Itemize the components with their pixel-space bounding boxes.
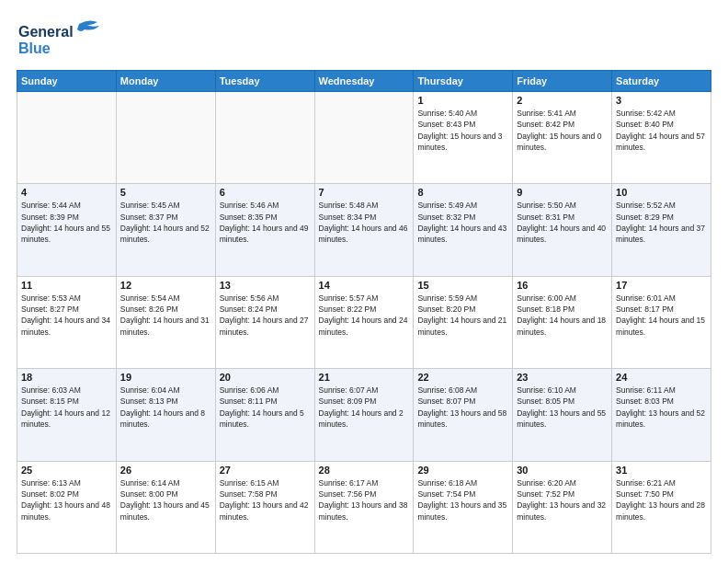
day-info: Sunrise: 6:13 AMSunset: 8:02 PMDaylight:… [21, 477, 112, 523]
calendar-cell: 6Sunrise: 5:46 AMSunset: 8:35 PMDaylight… [215, 184, 314, 276]
day-number: 10 [616, 187, 707, 198]
day-number: 22 [417, 372, 508, 383]
day-info: Sunrise: 5:50 AMSunset: 8:31 PMDaylight:… [517, 200, 608, 245]
day-info: Sunrise: 6:10 AMSunset: 8:05 PMDaylight:… [517, 385, 608, 430]
day-number: 4 [21, 187, 112, 198]
calendar-cell: 26Sunrise: 6:14 AMSunset: 8:00 PMDayligh… [116, 461, 215, 553]
day-number: 29 [417, 465, 508, 476]
logo: General Blue [17, 17, 127, 61]
day-info: Sunrise: 5:59 AMSunset: 8:20 PMDaylight:… [417, 293, 508, 338]
day-number: 23 [517, 372, 608, 383]
calendar-cell [314, 92, 414, 184]
day-info: Sunrise: 5:45 AMSunset: 8:37 PMDaylight:… [120, 200, 211, 245]
day-info: Sunrise: 5:44 AMSunset: 8:39 PMDaylight:… [21, 200, 112, 245]
calendar-cell [215, 92, 314, 184]
day-number: 16 [517, 280, 608, 291]
calendar-cell: 28Sunrise: 6:17 AMSunset: 7:56 PMDayligh… [314, 461, 414, 553]
day-number: 21 [319, 372, 410, 383]
calendar-week-row: 11Sunrise: 5:53 AMSunset: 8:27 PMDayligh… [17, 276, 711, 368]
day-number: 13 [220, 280, 311, 291]
day-info: Sunrise: 5:53 AMSunset: 8:27 PMDaylight:… [21, 293, 112, 338]
calendar-week-row: 1Sunrise: 5:40 AMSunset: 8:43 PMDaylight… [17, 92, 711, 184]
calendar-cell: 18Sunrise: 6:03 AMSunset: 8:15 PMDayligh… [17, 369, 117, 461]
calendar-day-header: Saturday [612, 71, 711, 92]
calendar-cell: 31Sunrise: 6:21 AMSunset: 7:50 PMDayligh… [612, 461, 711, 553]
calendar-cell: 9Sunrise: 5:50 AMSunset: 8:31 PMDaylight… [513, 184, 612, 276]
svg-text:Blue: Blue [18, 40, 51, 56]
calendar-week-row: 25Sunrise: 6:13 AMSunset: 8:02 PMDayligh… [17, 461, 711, 553]
calendar-cell: 30Sunrise: 6:20 AMSunset: 7:52 PMDayligh… [513, 461, 612, 553]
day-number: 3 [616, 95, 707, 106]
day-number: 6 [220, 187, 311, 198]
calendar-cell: 27Sunrise: 6:15 AMSunset: 7:58 PMDayligh… [215, 461, 314, 553]
day-number: 8 [417, 187, 508, 198]
calendar-cell: 12Sunrise: 5:54 AMSunset: 8:26 PMDayligh… [116, 276, 215, 368]
header: General Blue [17, 17, 711, 61]
calendar-cell: 21Sunrise: 6:07 AMSunset: 8:09 PMDayligh… [314, 369, 414, 461]
day-info: Sunrise: 6:00 AMSunset: 8:18 PMDaylight:… [517, 293, 608, 338]
day-info: Sunrise: 5:46 AMSunset: 8:35 PMDaylight:… [220, 200, 311, 245]
day-info: Sunrise: 6:15 AMSunset: 7:58 PMDaylight:… [220, 477, 311, 523]
calendar-table: SundayMondayTuesdayWednesdayThursdayFrid… [17, 70, 711, 554]
calendar-cell: 22Sunrise: 6:08 AMSunset: 8:07 PMDayligh… [414, 369, 513, 461]
day-number: 17 [616, 280, 707, 291]
calendar-cell: 14Sunrise: 5:57 AMSunset: 8:22 PMDayligh… [314, 276, 414, 368]
day-info: Sunrise: 6:06 AMSunset: 8:11 PMDaylight:… [220, 385, 311, 430]
calendar-day-header: Tuesday [215, 71, 314, 92]
calendar-cell: 11Sunrise: 5:53 AMSunset: 8:27 PMDayligh… [17, 276, 117, 368]
day-number: 24 [616, 372, 707, 383]
day-number: 19 [120, 372, 211, 383]
day-number: 14 [319, 280, 410, 291]
calendar-cell: 19Sunrise: 6:04 AMSunset: 8:13 PMDayligh… [116, 369, 215, 461]
day-number: 31 [616, 465, 707, 476]
logo-svg: General Blue [17, 17, 127, 57]
calendar-cell: 16Sunrise: 6:00 AMSunset: 8:18 PMDayligh… [513, 276, 612, 368]
calendar-cell: 8Sunrise: 5:49 AMSunset: 8:32 PMDaylight… [414, 184, 513, 276]
day-info: Sunrise: 5:57 AMSunset: 8:22 PMDaylight:… [319, 293, 410, 338]
calendar-cell: 3Sunrise: 5:42 AMSunset: 8:40 PMDaylight… [612, 92, 711, 184]
calendar-cell: 1Sunrise: 5:40 AMSunset: 8:43 PMDaylight… [414, 92, 513, 184]
day-info: Sunrise: 5:56 AMSunset: 8:24 PMDaylight:… [220, 293, 311, 338]
day-number: 27 [220, 465, 311, 476]
calendar-cell: 5Sunrise: 5:45 AMSunset: 8:37 PMDaylight… [116, 184, 215, 276]
calendar-day-header: Sunday [17, 71, 117, 92]
day-number: 18 [21, 372, 112, 383]
calendar-day-header: Thursday [414, 71, 513, 92]
calendar-cell: 29Sunrise: 6:18 AMSunset: 7:54 PMDayligh… [414, 461, 513, 553]
calendar-day-header: Friday [513, 71, 612, 92]
day-number: 12 [120, 280, 211, 291]
calendar-cell: 10Sunrise: 5:52 AMSunset: 8:29 PMDayligh… [612, 184, 711, 276]
calendar-cell: 2Sunrise: 5:41 AMSunset: 8:42 PMDaylight… [513, 92, 612, 184]
day-info: Sunrise: 6:08 AMSunset: 8:07 PMDaylight:… [417, 385, 508, 430]
calendar-cell: 13Sunrise: 5:56 AMSunset: 8:24 PMDayligh… [215, 276, 314, 368]
day-number: 20 [220, 372, 311, 383]
day-number: 25 [21, 465, 112, 476]
day-info: Sunrise: 6:14 AMSunset: 8:00 PMDaylight:… [120, 477, 211, 523]
day-info: Sunrise: 5:48 AMSunset: 8:34 PMDaylight:… [319, 200, 410, 245]
day-info: Sunrise: 6:01 AMSunset: 8:17 PMDaylight:… [616, 293, 707, 338]
calendar-day-header: Monday [116, 71, 215, 92]
calendar-day-header: Wednesday [314, 71, 414, 92]
day-number: 2 [517, 95, 608, 106]
svg-text:General: General [18, 24, 74, 40]
calendar-cell: 17Sunrise: 6:01 AMSunset: 8:17 PMDayligh… [612, 276, 711, 368]
day-info: Sunrise: 5:40 AMSunset: 8:43 PMDaylight:… [417, 108, 508, 153]
day-number: 11 [21, 280, 112, 291]
day-info: Sunrise: 6:18 AMSunset: 7:54 PMDaylight:… [417, 477, 508, 523]
day-number: 28 [319, 465, 410, 476]
day-info: Sunrise: 6:11 AMSunset: 8:03 PMDaylight:… [616, 385, 707, 430]
calendar-cell: 15Sunrise: 5:59 AMSunset: 8:20 PMDayligh… [414, 276, 513, 368]
day-info: Sunrise: 6:20 AMSunset: 7:52 PMDaylight:… [517, 477, 608, 523]
day-info: Sunrise: 6:07 AMSunset: 8:09 PMDaylight:… [319, 385, 410, 430]
day-number: 9 [517, 187, 608, 198]
day-info: Sunrise: 5:41 AMSunset: 8:42 PMDaylight:… [517, 108, 608, 153]
day-info: Sunrise: 6:04 AMSunset: 8:13 PMDaylight:… [120, 385, 211, 430]
day-info: Sunrise: 5:49 AMSunset: 8:32 PMDaylight:… [417, 200, 508, 245]
calendar-cell [17, 92, 117, 184]
day-number: 26 [120, 465, 211, 476]
day-info: Sunrise: 5:52 AMSunset: 8:29 PMDaylight:… [616, 200, 707, 245]
calendar-cell: 23Sunrise: 6:10 AMSunset: 8:05 PMDayligh… [513, 369, 612, 461]
day-number: 7 [319, 187, 410, 198]
calendar-cell: 24Sunrise: 6:11 AMSunset: 8:03 PMDayligh… [612, 369, 711, 461]
day-number: 1 [417, 95, 508, 106]
